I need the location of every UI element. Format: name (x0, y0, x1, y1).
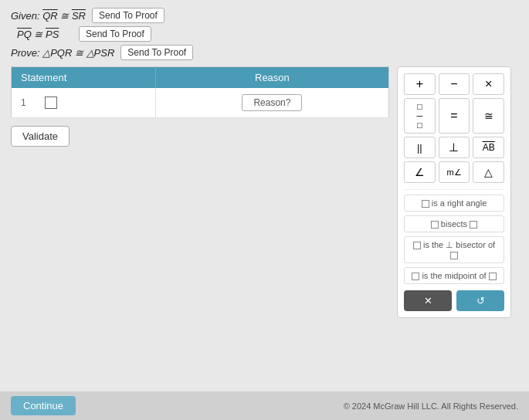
row-number: 1 (12, 88, 36, 118)
reason-cell: Reason? (155, 88, 388, 118)
prove-row: Prove: △PQR ≅ △PSR Send To Proof (11, 45, 518, 60)
proof-table-container: Statement Reason 1 Reason? (11, 66, 389, 147)
given-label-2: PQ ≅ PS (11, 29, 73, 40)
congruent-btn[interactable]: ≅ (473, 98, 504, 134)
measure-angle-btn[interactable]: m∠ (439, 161, 470, 183)
phrase-square-5 (450, 252, 458, 259)
phrase-square-3 (470, 221, 477, 229)
right-angle-phrase-btn[interactable]: is a right angle (404, 195, 504, 212)
phrase-square-6 (412, 273, 419, 280)
minus-btn[interactable]: − (439, 73, 470, 95)
fraction-btn[interactable]: □─□ (404, 98, 436, 134)
send-to-proof-btn-prove[interactable]: Send To Proof (120, 45, 193, 60)
send-to-proof-btn-2[interactable]: Send To Proof (79, 26, 151, 42)
symbol-grid: + − × □─□ = ≅ || ⊥ AB ∠ m∠ △ (404, 73, 504, 183)
reason-header: Reason (155, 67, 388, 89)
phrase-square-1 (422, 200, 429, 208)
phrase-square-7 (489, 273, 497, 280)
validate-btn[interactable]: Validate (11, 126, 70, 147)
divider-1 (404, 189, 504, 190)
continue-btn[interactable]: Continue (11, 396, 76, 415)
times-btn[interactable]: × (473, 73, 504, 95)
symbol-panel: + − × □─□ = ≅ || ⊥ AB ∠ m∠ △ is a right … (397, 66, 511, 318)
send-to-proof-btn-1[interactable]: Send To Proof (92, 8, 164, 23)
statement-header: Statement (12, 67, 156, 89)
triangle-btn[interactable]: △ (473, 161, 504, 183)
given-section: Given: QR ≅ SR Send To Proof PQ ≅ PS Sen… (11, 8, 518, 42)
close-btn[interactable]: ✕ (404, 290, 452, 311)
statement-checkbox[interactable] (45, 97, 57, 109)
given-label-1: Given: QR ≅ SR (11, 10, 86, 22)
perp-bisector-phrase-btn[interactable]: is the ⊥ bisector of (404, 236, 504, 263)
prove-label: Prove: △PQR ≅ △PSR (11, 47, 114, 59)
segment-btn[interactable]: AB (473, 137, 504, 158)
equals-btn[interactable]: = (439, 98, 470, 134)
panel-action-row: ✕ ↺ (404, 290, 504, 311)
angle-btn[interactable]: ∠ (404, 161, 436, 183)
proof-table: Statement Reason 1 Reason? (11, 66, 389, 118)
reason-btn[interactable]: Reason? (242, 94, 302, 111)
proof-area: Statement Reason 1 Reason? (11, 66, 518, 318)
phrase-square-2 (431, 221, 439, 229)
phrase-square-4 (413, 242, 421, 249)
parallel-btn[interactable]: || (404, 137, 436, 158)
copyright-text: © 2024 McGraw Hill LLC. All Rights Reser… (344, 401, 518, 411)
given-row-1: Given: QR ≅ SR Send To Proof (11, 8, 518, 23)
statement-cell[interactable] (36, 88, 156, 118)
given-row-2: PQ ≅ PS Send To Proof (11, 26, 518, 42)
bisects-phrase-btn[interactable]: bisects (404, 215, 504, 232)
perpendicular-btn[interactable]: ⊥ (439, 137, 470, 158)
plus-btn[interactable]: + (404, 73, 436, 95)
undo-btn[interactable]: ↺ (456, 290, 504, 311)
table-row: 1 Reason? (12, 88, 389, 118)
main-content: Given: QR ≅ SR Send To Proof PQ ≅ PS Sen… (0, 0, 529, 318)
bottom-bar: Continue © 2024 McGraw Hill LLC. All Rig… (0, 391, 529, 420)
midpoint-phrase-btn[interactable]: is the midpoint of (404, 267, 504, 284)
